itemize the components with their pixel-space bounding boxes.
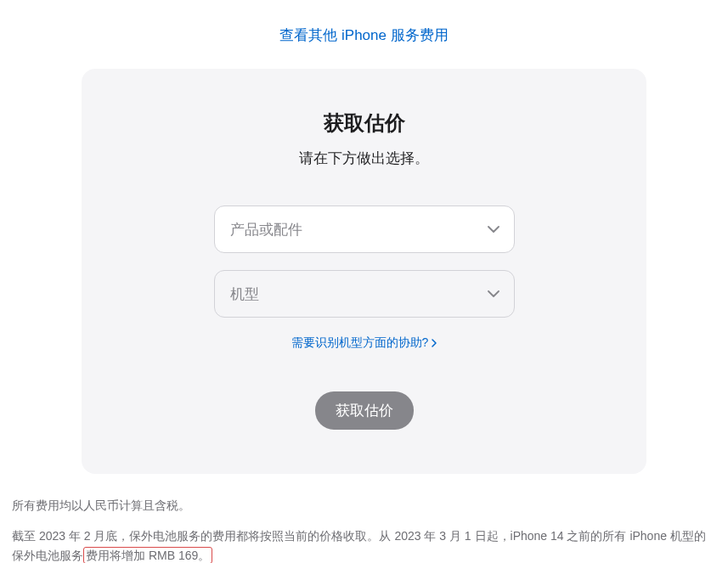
product-select[interactable]: 产品或配件 bbox=[214, 205, 515, 253]
model-select-placeholder: 机型 bbox=[230, 284, 259, 304]
estimate-card: 获取估价 请在下方做出选择。 产品或配件 机型 需要识别机型方面的协助? bbox=[82, 69, 646, 474]
footer-line-1: 所有费用均以人民币计算且含税。 bbox=[12, 496, 716, 515]
help-link-container: 需要识别机型方面的协助? bbox=[99, 335, 629, 351]
footer-text: 所有费用均以人民币计算且含税。 截至 2023 年 2 月底，保外电池服务的费用… bbox=[8, 496, 720, 563]
get-estimate-button[interactable]: 获取估价 bbox=[315, 391, 414, 430]
model-select[interactable]: 机型 bbox=[214, 270, 515, 318]
footer-line-2: 截至 2023 年 2 月底，保外电池服务的费用都将按照当前的价格收取。从 20… bbox=[12, 526, 716, 563]
card-subtitle: 请在下方做出选择。 bbox=[99, 149, 629, 168]
other-services-link[interactable]: 查看其他 iPhone 服务费用 bbox=[279, 27, 448, 43]
top-link-container: 查看其他 iPhone 服务费用 bbox=[8, 25, 720, 45]
identify-model-help-link[interactable]: 需要识别机型方面的协助? bbox=[291, 335, 437, 351]
chevron-right-icon bbox=[432, 336, 437, 350]
help-link-label: 需要识别机型方面的协助? bbox=[291, 335, 429, 351]
product-select-placeholder: 产品或配件 bbox=[230, 220, 302, 239]
model-select-wrapper: 机型 bbox=[214, 270, 515, 318]
price-increase-highlight: 费用将增加 RMB 169。 bbox=[83, 547, 212, 563]
card-title: 获取估价 bbox=[99, 110, 629, 137]
product-select-wrapper: 产品或配件 bbox=[214, 205, 515, 253]
